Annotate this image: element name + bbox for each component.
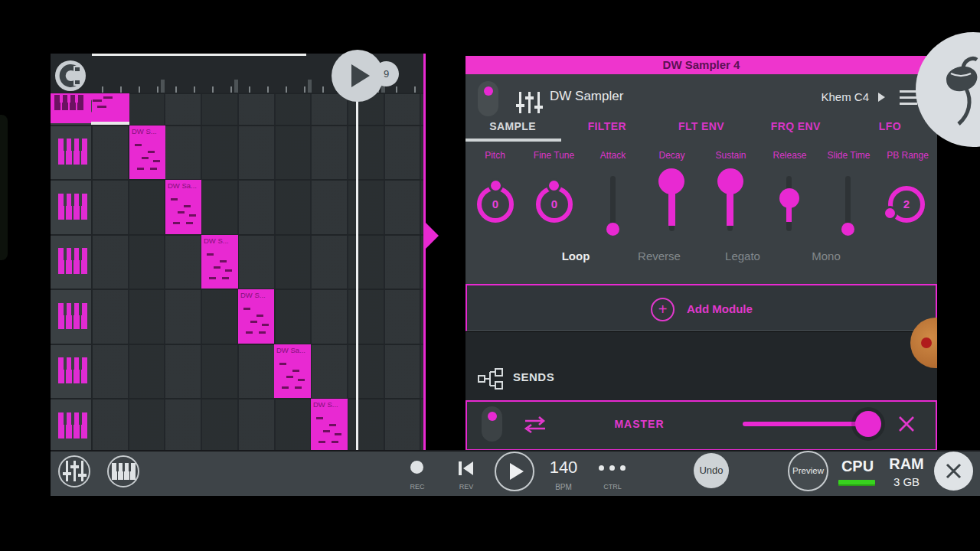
ram-label: RAM — [884, 455, 929, 473]
tab-frq-env[interactable]: FRQ ENV — [749, 117, 843, 139]
close-icon — [934, 452, 973, 491]
pattern-clip[interactable]: DW Sa... — [274, 344, 311, 398]
loop-toggle[interactable]: Loop — [562, 249, 590, 262]
menu-icon[interactable] — [900, 90, 917, 105]
tab-filter[interactable]: FILTER — [560, 117, 654, 139]
active-tab-underline — [466, 139, 561, 142]
row-divider — [51, 398, 426, 399]
tab-flt-env[interactable]: FLT ENV — [654, 117, 748, 139]
close-app-button[interactable] — [934, 452, 973, 491]
instrument-name: DW Sampler — [550, 89, 623, 104]
keyboard-view-button[interactable] — [107, 455, 139, 487]
close-icon[interactable] — [897, 414, 916, 434]
play-icon — [351, 64, 370, 87]
edge-artifact — [0, 115, 8, 260]
scroll-position-indicator — [92, 54, 306, 56]
play-button[interactable] — [495, 452, 534, 491]
pattern-clip[interactable]: DW S... — [201, 235, 238, 289]
param-label-slide-time: Slide Time — [819, 150, 878, 162]
pattern-clip[interactable]: DW S... — [129, 126, 165, 179]
piano-roll-icon[interactable] — [57, 248, 89, 274]
reverse-toggle[interactable]: Reverse — [638, 249, 681, 262]
mixer-sliders-icon — [514, 90, 544, 115]
param-label-fine-tune: Fine Tune — [524, 150, 583, 162]
fl-fly-icon — [916, 32, 980, 147]
ctrl-label: CTRL — [598, 483, 627, 491]
param-label-pb-range: PB Range — [878, 150, 937, 162]
mixer-sliders-icon — [60, 460, 89, 483]
rev-label: REV — [452, 483, 480, 491]
param-label-attack: Attack — [583, 150, 642, 162]
piano-keys-icon — [110, 463, 136, 480]
pattern-clip[interactable] — [91, 93, 129, 122]
panel-expand-arrow-icon[interactable] — [426, 223, 439, 249]
track-header-1-selected[interactable] — [51, 93, 91, 123]
pb-range-knob-marker — [883, 206, 897, 220]
toggle-dot — [488, 412, 497, 421]
row-divider — [51, 344, 426, 345]
cpu-meter — [838, 480, 875, 486]
rewind-icon[interactable] — [458, 461, 475, 476]
preview-button[interactable]: Preview — [788, 451, 828, 491]
piano-roll-icon — [53, 95, 85, 110]
slide-time-slider-thumb[interactable] — [841, 223, 854, 236]
release-slider-thumb[interactable] — [779, 188, 799, 208]
snap-button[interactable] — [55, 60, 86, 91]
param-label-pitch: Pitch — [466, 150, 524, 162]
mixer-view-button[interactable] — [58, 455, 90, 487]
panel-gap — [426, 54, 466, 450]
preset-next-arrow-icon[interactable] — [878, 93, 885, 102]
bpm-value[interactable]: 140 — [542, 458, 585, 478]
decay-slider-thumb[interactable] — [658, 168, 684, 194]
piano-roll-icon[interactable] — [57, 194, 89, 220]
piano-roll-icon[interactable] — [57, 139, 89, 165]
clip-label: DW Sa... — [168, 181, 197, 190]
clip-label: DW S... — [240, 291, 266, 299]
screen: DW S... DW Sa... DW S... DW S... DW Sa..… — [0, 0, 980, 551]
mono-toggle[interactable]: Mono — [812, 249, 841, 262]
master-level-slider[interactable] — [743, 422, 869, 426]
rec-label: REC — [403, 483, 431, 491]
clip-label: DW Sa... — [276, 346, 305, 354]
attack-slider-thumb[interactable] — [606, 223, 619, 236]
pattern-clip[interactable]: DW S... — [238, 289, 274, 344]
recorder-overlay-clip — [861, 306, 937, 383]
pitch-knob-marker — [488, 178, 503, 193]
fl-logo-badge — [916, 32, 980, 147]
undo-button[interactable]: Undo — [694, 453, 729, 488]
master-enable-toggle[interactable] — [482, 406, 502, 442]
clip-label: DW S... — [204, 236, 229, 245]
clip-label: DW S... — [313, 400, 338, 409]
module-enable-toggle[interactable] — [478, 81, 498, 116]
piano-roll-icon[interactable] — [57, 303, 89, 329]
pattern-clip[interactable]: DW Sa... — [165, 180, 201, 234]
play-icon — [510, 463, 524, 480]
param-label-decay: Decay — [642, 150, 701, 162]
row-divider — [51, 234, 426, 236]
record-button[interactable] — [410, 461, 423, 474]
master-level-thumb[interactable] — [855, 411, 881, 437]
magnet-icon — [55, 60, 86, 91]
preset-name[interactable]: Khem C4 — [789, 90, 869, 103]
swap-arrows-icon[interactable] — [522, 416, 548, 434]
param-label-sustain: Sustain — [701, 150, 760, 162]
row-divider — [51, 125, 426, 126]
panel-title-bar[interactable]: DW Sampler 4 — [466, 56, 937, 74]
tab-sample[interactable]: SAMPLE — [466, 117, 560, 139]
legato-toggle[interactable]: Legato — [725, 249, 760, 262]
sustain-slider-thumb[interactable] — [717, 168, 743, 194]
cpu-label: CPU — [836, 458, 879, 475]
row-divider — [51, 179, 426, 181]
plus-icon[interactable]: + — [651, 298, 675, 321]
param-labels: Pitch Fine Tune Attack Decay Sustain Rel… — [466, 150, 937, 162]
playhead-handle[interactable] — [332, 50, 384, 102]
add-module-label[interactable]: Add Module — [687, 302, 753, 315]
clip-selection-underline — [91, 122, 129, 125]
piano-roll-icon[interactable] — [57, 357, 89, 383]
playhead-line[interactable] — [356, 93, 358, 450]
piano-roll-icon[interactable] — [57, 412, 89, 439]
pattern-clip[interactable]: DW S... — [311, 399, 348, 450]
sends-section-label: SENDS — [513, 370, 554, 383]
sampler-tabs: SAMPLE FILTER FLT ENV FRQ ENV LFO — [466, 117, 937, 139]
clip-label: DW S... — [132, 127, 157, 135]
